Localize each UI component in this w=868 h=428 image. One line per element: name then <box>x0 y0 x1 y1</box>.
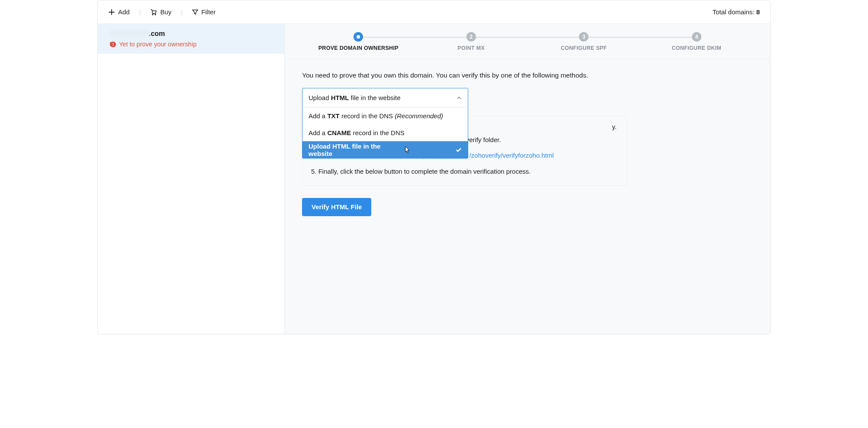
step-indicator: 3 <box>579 32 588 42</box>
domain-name: .com <box>110 30 272 38</box>
separator: | <box>139 9 141 16</box>
stepper: PROVE DOMAIN OWNERSHIP 2 POINT MX 3 CONF… <box>285 24 770 59</box>
step-label: CONFIGURE DKIM <box>672 45 721 51</box>
cursor-icon <box>404 146 411 154</box>
select-text: Upload HTML file in the website <box>309 94 401 101</box>
total-domains-count: 8 <box>756 8 760 16</box>
step-label: POINT MX <box>457 45 485 51</box>
step-configure-spf[interactable]: 3 CONFIGURE SPF <box>527 32 640 51</box>
domain-suffix: .com <box>149 30 165 38</box>
filter-button[interactable]: Filter <box>192 8 215 16</box>
instruction-step-5: 5. Finally, click the below button to co… <box>311 167 618 176</box>
add-button[interactable]: Add <box>108 8 130 16</box>
buy-button[interactable]: Buy <box>150 8 171 16</box>
sidebar: .com Yet to prove your ownership <box>98 24 285 334</box>
topbar: Add | Buy | Filter Total domains: 8 <box>98 0 770 24</box>
plus-icon <box>108 9 115 16</box>
step-label: CONFIGURE SPF <box>561 45 607 51</box>
total-domains: Total domains: 8 <box>713 8 760 16</box>
option-label: Add a CNAME record in the DNS <box>309 129 405 136</box>
option-html-file[interactable]: Upload HTML file in the website <box>302 141 468 158</box>
cart-icon <box>150 9 157 16</box>
select-options-list: Add a TXT record in the DNS (Recommended… <box>302 107 468 158</box>
svg-point-1 <box>155 14 156 15</box>
buy-label: Buy <box>160 8 171 16</box>
option-txt-record[interactable]: Add a TXT record in the DNS (Recommended… <box>302 107 468 124</box>
verification-method-select[interactable]: Upload HTML file in the website Add a TX… <box>302 88 468 159</box>
verify-html-file-button[interactable]: Verify HTML File <box>302 198 371 216</box>
step-indicator: 4 <box>692 32 701 42</box>
main: PROVE DOMAIN OWNERSHIP 2 POINT MX 3 CONF… <box>285 24 770 334</box>
step-indicator <box>354 32 363 42</box>
intro-text: You need to prove that you own this doma… <box>302 71 753 79</box>
step-indicator: 2 <box>466 32 476 42</box>
check-icon <box>456 147 462 153</box>
option-label: Add a TXT record in the DNS (Recommended… <box>309 112 443 120</box>
domain-status-text: Yet to prove your ownership <box>119 41 196 48</box>
filter-label: Filter <box>201 8 215 16</box>
filter-icon <box>192 9 198 15</box>
domain-status: Yet to prove your ownership <box>110 41 272 48</box>
step-point-mx[interactable]: 2 POINT MX <box>415 32 528 51</box>
svg-point-0 <box>152 14 153 15</box>
alert-icon <box>110 41 116 48</box>
step-label: PROVE DOMAIN OWNERSHIP <box>318 45 399 51</box>
step-configure-dkim[interactable]: 4 CONFIGURE DKIM <box>640 32 753 51</box>
total-domains-label: Total domains: <box>713 8 756 16</box>
step-prove-ownership[interactable]: PROVE DOMAIN OWNERSHIP <box>302 32 415 51</box>
domain-name-redacted <box>110 30 150 36</box>
chevron-up-icon <box>457 95 462 101</box>
option-cname-record[interactable]: Add a CNAME record in the DNS <box>302 124 468 141</box>
option-label: Upload HTML file in the website <box>309 143 404 157</box>
select-current-value[interactable]: Upload HTML file in the website <box>302 88 468 107</box>
domain-item[interactable]: .com Yet to prove your ownership <box>98 24 284 54</box>
add-label: Add <box>118 8 130 16</box>
separator: | <box>181 9 183 16</box>
svg-point-3 <box>113 45 114 46</box>
